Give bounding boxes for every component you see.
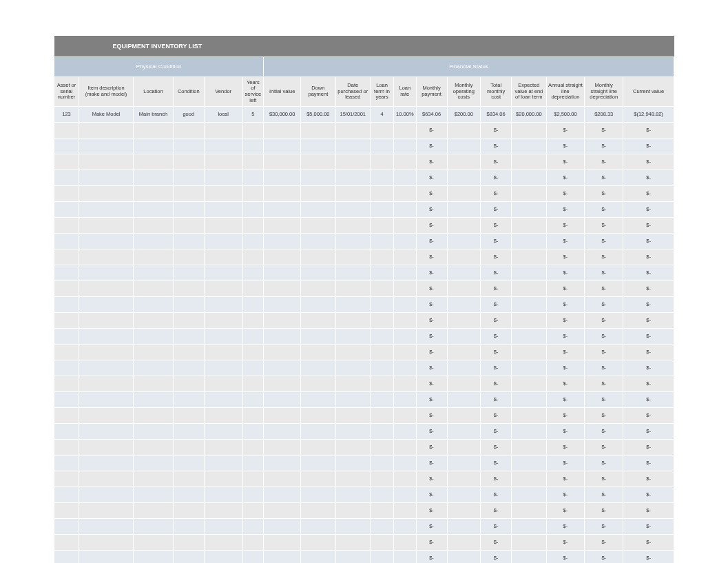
cell-mdep: $- [585,503,623,519]
cell-init [264,202,301,218]
cell-adep: $- [546,519,585,535]
cell-term [370,535,393,551]
cell-tot: $- [481,170,512,186]
cell-mdep: $- [585,408,623,424]
cell-desc [79,345,134,360]
cell-rate [394,345,416,360]
cell-vendor [204,313,242,329]
table-row: $-$-$-$-$- [54,487,674,503]
cell-rate [394,123,416,139]
cell-term [370,139,393,154]
cell-cond [173,392,204,408]
cell-exp [512,313,546,329]
cell-down [301,297,335,313]
cell-tot: $- [481,424,512,440]
cell-vendor [204,519,242,535]
cell-desc [79,471,134,487]
cell-mop [447,440,481,455]
cell-loc [134,360,174,376]
cell-loc [134,297,174,313]
cell-term [370,313,393,329]
cell-mdep: $- [585,440,623,455]
cell-mpay: $- [416,297,447,313]
cell-mpay: $- [416,360,447,376]
cell-rate [394,519,416,535]
cell-init [264,154,301,170]
cell-curr: $- [623,186,674,202]
cell-mdep: $- [585,487,623,503]
table-row: $-$-$-$-$- [54,345,674,360]
cell-cond [173,218,204,234]
cell-mop: $200.00 [447,107,481,123]
cell-desc [79,202,134,218]
col-exp: Expected value at end of loan term [512,77,546,107]
cell-init [264,345,301,360]
table-row: $-$-$-$-$- [54,170,674,186]
col-rate: Loan rate [394,77,416,107]
cell-adep: $- [546,408,585,424]
col-years: Years of service left [242,77,264,107]
cell-years [242,297,264,313]
cell-vendor [204,440,242,455]
cell-years [242,392,264,408]
cell-mpay: $- [416,408,447,424]
col-mop: Monthly operating costs [447,77,481,107]
cell-cond [173,535,204,551]
cell-cond [173,360,204,376]
cell-mdep: $- [585,551,623,564]
cell-adep: $- [546,440,585,455]
cell-init [264,265,301,281]
cell-desc [79,535,134,551]
cell-tot: $- [481,360,512,376]
cell-cond [173,139,204,154]
cell-down [301,139,335,154]
cell-asset [54,218,79,234]
cell-cond [173,408,204,424]
cell-tot: $- [481,392,512,408]
cell-term [370,503,393,519]
cell-tot: $- [481,329,512,345]
cell-exp [512,202,546,218]
cell-rate [394,471,416,487]
cell-years [242,424,264,440]
cell-desc [79,154,134,170]
cell-mop [447,170,481,186]
cell-loc [134,186,174,202]
cell-vendor [204,392,242,408]
table-row: 123Make ModelMain branchgoodlocal5$30,00… [54,107,674,123]
cell-init: $30,000.00 [264,107,301,123]
cell-date [335,345,370,360]
cell-years [242,519,264,535]
cell-desc [79,360,134,376]
cell-init [264,313,301,329]
cell-down [301,123,335,139]
cell-years [242,218,264,234]
cell-date [335,265,370,281]
cell-tot: $- [481,455,512,471]
cell-date [335,281,370,297]
cell-mpay: $- [416,519,447,535]
cell-loc [134,265,174,281]
cell-exp [512,234,546,249]
cell-adep: $- [546,170,585,186]
cell-vendor [204,503,242,519]
cell-asset [54,170,79,186]
col-adep: Annual straight line depreciation [546,77,585,107]
cell-desc [79,123,134,139]
cell-curr: $- [623,424,674,440]
col-curr: Current value [623,77,674,107]
cell-curr: $- [623,519,674,535]
cell-rate [394,360,416,376]
cell-down [301,186,335,202]
cell-rate [394,281,416,297]
cell-date [335,186,370,202]
cell-curr: $- [623,440,674,455]
cell-loc [134,424,174,440]
cell-exp [512,265,546,281]
cell-mop [447,265,481,281]
cell-exp [512,360,546,376]
cell-loc [134,440,174,455]
cell-adep: $- [546,313,585,329]
cell-mdep: $- [585,376,623,392]
cell-term [370,202,393,218]
